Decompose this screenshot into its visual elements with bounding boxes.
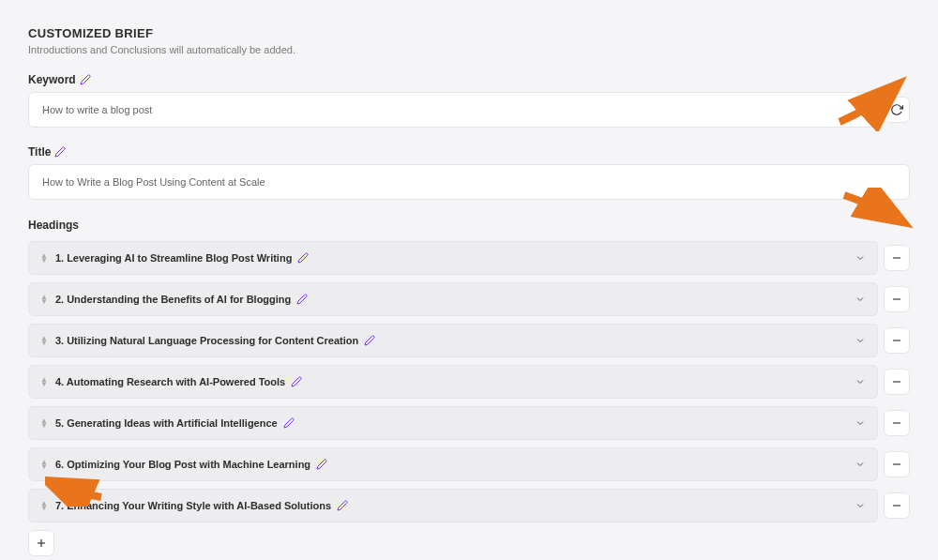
edit-icon[interactable]	[364, 335, 375, 346]
heading-item[interactable]: ▲▼3. Utilizing Natural Language Processi…	[28, 324, 878, 357]
remove-heading-button[interactable]	[884, 410, 910, 436]
drag-handle-icon[interactable]: ▲▼	[40, 501, 48, 510]
drag-handle-icon[interactable]: ▲▼	[40, 336, 48, 345]
keyword-block: Keyword	[28, 72, 910, 128]
plus-icon	[35, 537, 48, 550]
chevron-down-icon[interactable]	[855, 335, 866, 346]
refresh-button[interactable]	[884, 97, 910, 123]
edit-icon[interactable]	[297, 252, 309, 264]
heading-text: 6. Optimizing Your Blog Post with Machin…	[55, 459, 847, 470]
drag-handle-icon[interactable]: ▲▼	[40, 253, 48, 263]
edit-icon[interactable]	[54, 146, 66, 158]
headings-label: Headings	[28, 219, 910, 232]
heading-text: 2. Understanding the Benefits of AI for …	[55, 294, 847, 305]
heading-item[interactable]: ▲▼4. Automating Research with AI-Powered…	[28, 365, 878, 399]
heading-row: ▲▼7. Enhancing Your Writing Style with A…	[28, 489, 910, 522]
refresh-icon	[890, 103, 903, 116]
heading-row: ▲▼1. Leveraging AI to Streamline Blog Po…	[28, 241, 910, 275]
keyword-input[interactable]	[28, 92, 878, 128]
drag-handle-icon[interactable]: ▲▼	[40, 460, 48, 469]
page-subtitle: Introductions and Conclusions will autom…	[28, 44, 910, 55]
keyword-label-text: Keyword	[28, 73, 76, 86]
heading-row: ▲▼6. Optimizing Your Blog Post with Mach…	[28, 447, 910, 481]
chevron-down-icon[interactable]	[855, 417, 866, 429]
heading-row: ▲▼2. Understanding the Benefits of AI fo…	[28, 282, 910, 316]
chevron-down-icon[interactable]	[855, 500, 866, 511]
heading-item[interactable]: ▲▼7. Enhancing Your Writing Style with A…	[28, 489, 878, 522]
heading-text: 1. Leveraging AI to Streamline Blog Post…	[55, 252, 847, 264]
page-title: CUSTOMIZED BRIEF	[28, 26, 910, 40]
heading-row: ▲▼5. Generating Ideas with Artificial In…	[28, 406, 910, 440]
title-label: Title	[28, 145, 66, 159]
heading-text: 5. Generating Ideas with Artificial Inte…	[55, 417, 847, 429]
keyword-label: Keyword	[28, 73, 91, 86]
heading-text: 3. Utilizing Natural Language Processing…	[55, 335, 847, 346]
remove-heading-button[interactable]	[884, 369, 910, 395]
edit-icon[interactable]	[316, 459, 327, 470]
title-block: Title	[28, 144, 910, 200]
add-heading-button[interactable]	[28, 530, 54, 556]
remove-heading-button[interactable]	[884, 327, 910, 354]
heading-row: ▲▼3. Utilizing Natural Language Processi…	[28, 324, 910, 357]
heading-item[interactable]: ▲▼5. Generating Ideas with Artificial In…	[28, 406, 878, 440]
title-label-text: Title	[28, 145, 51, 159]
heading-item[interactable]: ▲▼1. Leveraging AI to Streamline Blog Po…	[28, 241, 878, 275]
remove-heading-button[interactable]	[884, 286, 910, 312]
drag-handle-icon[interactable]: ▲▼	[40, 418, 48, 428]
heading-text: 7. Enhancing Your Writing Style with AI-…	[55, 500, 847, 511]
heading-item[interactable]: ▲▼6. Optimizing Your Blog Post with Mach…	[28, 447, 878, 481]
drag-handle-icon[interactable]: ▲▼	[40, 377, 48, 386]
heading-item[interactable]: ▲▼2. Understanding the Benefits of AI fo…	[28, 282, 878, 316]
remove-heading-button[interactable]	[884, 492, 910, 519]
chevron-down-icon[interactable]	[855, 294, 866, 305]
chevron-down-icon[interactable]	[855, 459, 866, 470]
heading-text: 4. Automating Research with AI-Powered T…	[55, 376, 847, 387]
edit-icon[interactable]	[291, 376, 302, 387]
drag-handle-icon[interactable]: ▲▼	[40, 295, 48, 304]
edit-icon[interactable]	[80, 74, 91, 85]
heading-row: ▲▼4. Automating Research with AI-Powered…	[28, 365, 910, 399]
remove-heading-button[interactable]	[884, 451, 910, 477]
edit-icon[interactable]	[283, 417, 295, 429]
edit-icon[interactable]	[337, 500, 348, 511]
headings-list: ▲▼1. Leveraging AI to Streamline Blog Po…	[28, 241, 910, 522]
title-input[interactable]	[28, 164, 910, 200]
chevron-down-icon[interactable]	[855, 252, 866, 264]
remove-heading-button[interactable]	[884, 245, 910, 271]
edit-icon[interactable]	[296, 294, 308, 305]
chevron-down-icon[interactable]	[855, 376, 866, 387]
page-container: CUSTOMIZED BRIEF Introductions and Concl…	[28, 26, 910, 560]
